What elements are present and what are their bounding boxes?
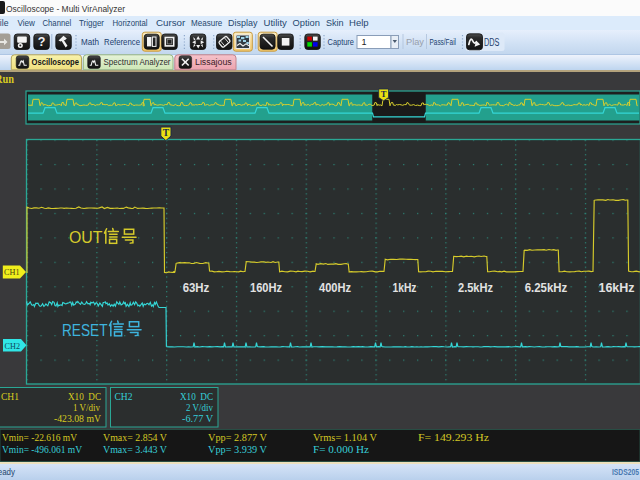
svg-text:Vpp= 3.939 V: Vpp= 3.939 V — [208, 444, 267, 455]
svg-text:Ready: Ready — [0, 466, 15, 477]
svg-text:400Hz: 400Hz — [319, 281, 351, 295]
svg-text:160Hz: 160Hz — [250, 281, 282, 295]
svg-text:Vmin= -496.061 mV: Vmin= -496.061 mV — [2, 444, 82, 455]
svg-text:Oscilloscope: Oscilloscope — [32, 57, 80, 67]
svg-text:DDS: DDS — [484, 37, 500, 48]
svg-text:View: View — [18, 18, 36, 28]
svg-text:File: File — [0, 18, 9, 28]
svg-text:2.5kHz: 2.5kHz — [458, 281, 493, 295]
svg-text:1kHz: 1kHz — [393, 281, 417, 295]
svg-text:Horizontal: Horizontal — [113, 18, 148, 28]
svg-text:Measure: Measure — [191, 18, 222, 28]
svg-text:Pass/Fail: Pass/Fail — [430, 37, 457, 47]
svg-text:Display: Display — [228, 18, 258, 28]
svg-text:Help: Help — [349, 18, 369, 28]
svg-text:Skin: Skin — [326, 18, 344, 28]
svg-text:Spectrum Analyzer: Spectrum Analyzer — [104, 57, 171, 67]
svg-text:Lissajous: Lissajous — [195, 57, 232, 67]
svg-text:Channel: Channel — [43, 18, 72, 28]
svg-text:Utility: Utility — [264, 18, 288, 28]
svg-text:Play: Play — [406, 37, 425, 47]
svg-text:16kHz: 16kHz — [599, 281, 635, 295]
svg-text:ISDS205: ISDS205 — [612, 466, 640, 477]
svg-text:Vrms= 1.104 V: Vrms= 1.104 V — [313, 432, 377, 443]
svg-text:CH1: CH1 — [4, 267, 20, 277]
svg-text:Math: Math — [81, 37, 99, 47]
svg-text:F= 0.000 Hz: F= 0.000 Hz — [313, 444, 369, 455]
svg-text:2 V/div: 2 V/div — [186, 402, 214, 413]
svg-text:Vpp= 2.877 V: Vpp= 2.877 V — [208, 432, 267, 443]
svg-text:6.25kHz: 6.25kHz — [525, 281, 568, 295]
svg-text:Vmax= 3.443 V: Vmax= 3.443 V — [103, 444, 167, 455]
svg-text:Vmin= -22.616 mV: Vmin= -22.616 mV — [2, 432, 77, 443]
svg-text:Vmax= 2.854 V: Vmax= 2.854 V — [103, 432, 167, 443]
svg-text:T: T — [381, 89, 387, 99]
svg-text:CH1: CH1 — [1, 391, 19, 402]
svg-text:T: T — [163, 128, 170, 138]
svg-text:X10 DC: X10 DC — [68, 391, 101, 402]
svg-text:Cursor: Cursor — [156, 18, 185, 28]
svg-text:-6.77 V: -6.77 V — [182, 413, 213, 424]
svg-text:Option: Option — [293, 18, 320, 28]
svg-text:Oscilloscope - Multi VirAnalyz: Oscilloscope - Multi VirAnalyzer — [6, 3, 125, 14]
svg-text:RESET: RESET — [62, 322, 108, 339]
svg-text:F= 149.293 Hz: F= 149.293 Hz — [418, 432, 489, 443]
svg-text:Capture: Capture — [328, 37, 355, 47]
svg-text:CH2: CH2 — [5, 341, 21, 351]
svg-text:-423.08 mV: -423.08 mV — [54, 413, 101, 424]
svg-text:1: 1 — [362, 37, 367, 47]
svg-text:63Hz: 63Hz — [183, 281, 210, 295]
svg-text:Run: Run — [0, 73, 15, 85]
svg-text:OUT: OUT — [69, 229, 103, 246]
svg-text:CH2: CH2 — [115, 391, 133, 402]
svg-text:Trigger: Trigger — [79, 18, 104, 28]
svg-text:Reference: Reference — [104, 37, 140, 47]
svg-text:?: ? — [38, 35, 46, 49]
svg-text:1 V/div: 1 V/div — [73, 402, 101, 413]
svg-text:X10 DC: X10 DC — [180, 391, 213, 402]
